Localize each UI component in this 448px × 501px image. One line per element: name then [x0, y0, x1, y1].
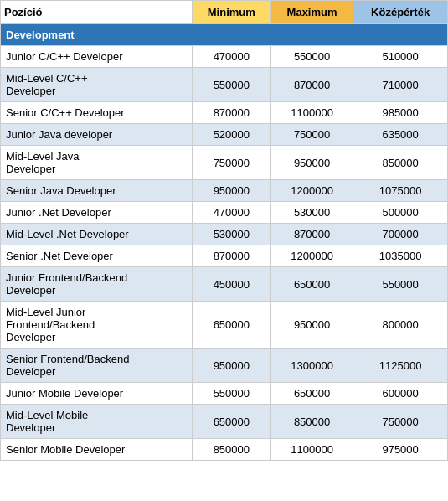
table-row: Junior Frontend/BackendDeveloper45000065… — [1, 267, 448, 302]
cell-maximum: 870000 — [270, 68, 353, 102]
cell-midvalue: 635000 — [353, 124, 448, 146]
cell-maximum: 870000 — [270, 224, 353, 245]
cell-maximum: 750000 — [270, 124, 353, 146]
header-minimum: Minimum — [192, 1, 270, 24]
cell-midvalue: 800000 — [353, 302, 448, 349]
cell-maximum: 1300000 — [270, 349, 353, 383]
cell-midvalue: 600000 — [353, 383, 448, 405]
cell-minimum: 450000 — [192, 267, 270, 302]
cell-minimum: 550000 — [192, 68, 270, 102]
cell-midvalue: 1075000 — [353, 180, 448, 202]
section-header-label: Development — [1, 24, 448, 46]
cell-maximum: 850000 — [270, 405, 353, 439]
cell-maximum: 650000 — [270, 383, 353, 405]
cell-minimum: 950000 — [192, 349, 270, 383]
cell-maximum: 950000 — [270, 146, 353, 180]
table-row: Mid-Level C/C++Developer5500008700007100… — [1, 68, 448, 102]
cell-minimum: 650000 — [192, 405, 270, 439]
table-row: Junior Java developer520000750000635000 — [1, 124, 448, 146]
cell-maximum: 530000 — [270, 202, 353, 224]
table-row: Mid-Level JavaDeveloper75000095000085000… — [1, 146, 448, 180]
table-row: Mid-Level MobileDeveloper650000850000750… — [1, 405, 448, 439]
cell-midvalue: 750000 — [353, 405, 448, 439]
cell-position: Senior Mobile Developer — [1, 439, 193, 461]
cell-position: Mid-Level C/C++Developer — [1, 68, 193, 102]
cell-position: Junior Java developer — [1, 124, 193, 146]
cell-midvalue: 985000 — [353, 102, 448, 124]
cell-position: Senior .Net Developer — [1, 245, 193, 267]
cell-maximum: 1100000 — [270, 439, 353, 461]
cell-maximum: 1100000 — [270, 102, 353, 124]
cell-position: Mid-Level .Net Developer — [1, 224, 193, 245]
cell-position: Senior Java Developer — [1, 180, 193, 202]
cell-minimum: 850000 — [192, 439, 270, 461]
table-row: Senior Frontend/BackendDeveloper95000013… — [1, 349, 448, 383]
cell-midvalue: 850000 — [353, 146, 448, 180]
cell-minimum: 650000 — [192, 302, 270, 349]
cell-maximum: 950000 — [270, 302, 353, 349]
cell-minimum: 470000 — [192, 46, 270, 68]
cell-midvalue: 700000 — [353, 224, 448, 245]
cell-maximum: 1200000 — [270, 245, 353, 267]
cell-midvalue: 550000 — [353, 267, 448, 302]
cell-minimum: 520000 — [192, 124, 270, 146]
table-row: Junior C/C++ Developer470000550000510000 — [1, 46, 448, 68]
table-row: Mid-Level .Net Developer5300008700007000… — [1, 224, 448, 245]
cell-minimum: 470000 — [192, 202, 270, 224]
cell-position: Junior C/C++ Developer — [1, 46, 193, 68]
cell-minimum: 550000 — [192, 383, 270, 405]
cell-maximum: 550000 — [270, 46, 353, 68]
cell-minimum: 870000 — [192, 245, 270, 267]
header-position: Pozíció — [1, 1, 193, 24]
cell-midvalue: 710000 — [353, 68, 448, 102]
cell-minimum: 870000 — [192, 102, 270, 124]
cell-midvalue: 975000 — [353, 439, 448, 461]
cell-maximum: 1200000 — [270, 180, 353, 202]
cell-position: Mid-Level MobileDeveloper — [1, 405, 193, 439]
cell-minimum: 750000 — [192, 146, 270, 180]
cell-position: Mid-Level JavaDeveloper — [1, 146, 193, 180]
cell-minimum: 530000 — [192, 224, 270, 245]
cell-position: Senior C/C++ Developer — [1, 102, 193, 124]
table-row: Senior Java Developer9500001200000107500… — [1, 180, 448, 202]
salary-table: Pozíció Minimum Maximum Középérték Devel… — [0, 0, 448, 461]
table-row: Senior Mobile Developer85000011000009750… — [1, 439, 448, 461]
section-header-row: Development — [1, 24, 448, 46]
table-row: Senior .Net Developer8700001200000103500… — [1, 245, 448, 267]
cell-minimum: 950000 — [192, 180, 270, 202]
cell-position: Senior Frontend/BackendDeveloper — [1, 349, 193, 383]
table-row: Junior .Net Developer470000530000500000 — [1, 202, 448, 224]
table-row: Junior Mobile Developer55000065000060000… — [1, 383, 448, 405]
cell-position: Mid-Level JuniorFrontend/BackendDevelope… — [1, 302, 193, 349]
cell-midvalue: 500000 — [353, 202, 448, 224]
cell-position: Junior Frontend/BackendDeveloper — [1, 267, 193, 302]
table-row: Senior C/C++ Developer870000110000098500… — [1, 102, 448, 124]
header-midvalue: Középérték — [353, 1, 448, 24]
table-row: Mid-Level JuniorFrontend/BackendDevelope… — [1, 302, 448, 349]
cell-midvalue: 1035000 — [353, 245, 448, 267]
cell-position: Junior .Net Developer — [1, 202, 193, 224]
cell-midvalue: 510000 — [353, 46, 448, 68]
header-maximum: Maximum — [270, 1, 353, 24]
cell-maximum: 650000 — [270, 267, 353, 302]
cell-midvalue: 1125000 — [353, 349, 448, 383]
cell-position: Junior Mobile Developer — [1, 383, 193, 405]
